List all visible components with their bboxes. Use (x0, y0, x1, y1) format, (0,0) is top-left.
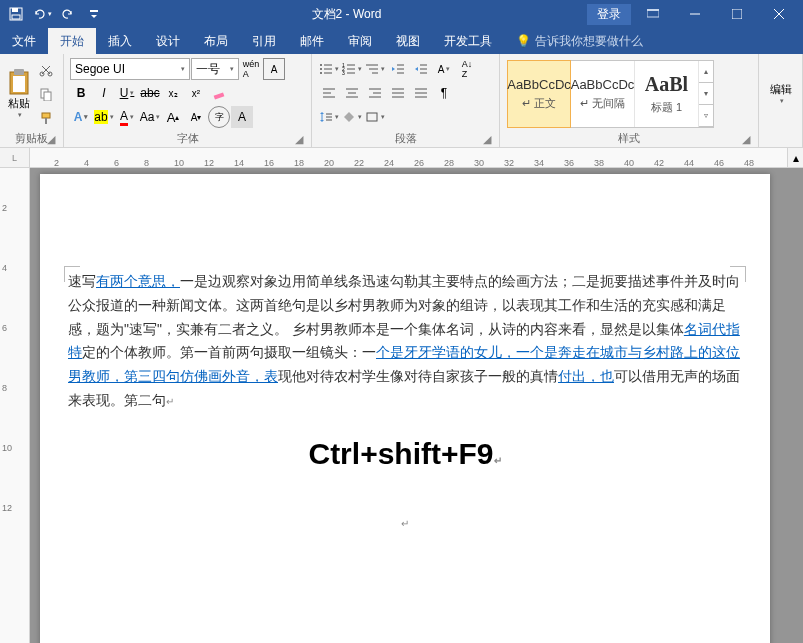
ribbon: 粘贴 ▾ 剪贴板◢ Segoe UI▾ 一号▾ wénA A B I U▾ (0, 54, 803, 148)
distributed-button[interactable] (410, 82, 432, 104)
tab-review[interactable]: 审阅 (336, 28, 384, 54)
group-label: 样式 (618, 132, 640, 144)
asian-layout-button[interactable]: A▾ (433, 58, 455, 80)
ruler-nav-up[interactable]: ▴ (787, 148, 803, 167)
tell-me-search[interactable]: 💡 告诉我你想要做什么 (504, 28, 643, 54)
tab-view[interactable]: 视图 (384, 28, 432, 54)
shading-button[interactable]: ▾ (341, 106, 363, 128)
save-button[interactable] (4, 2, 28, 26)
show-hide-marks-button[interactable]: ¶ (433, 82, 455, 104)
character-shading-button[interactable]: A (231, 106, 253, 128)
tab-home[interactable]: 开始 (48, 28, 96, 54)
tab-design[interactable]: 设计 (144, 28, 192, 54)
clipboard-launcher[interactable]: ◢ (45, 133, 57, 145)
ribbon-tabs: 文件 开始 插入 设计 布局 引用 邮件 审阅 视图 开发工具 💡 告诉我你想要… (0, 28, 803, 54)
svg-text:3: 3 (342, 70, 345, 75)
empty-paragraph[interactable]: ↵ (68, 511, 742, 535)
paragraph-mark-icon: ↵ (401, 518, 409, 529)
bold-button[interactable]: B (70, 82, 92, 104)
font-name-combo[interactable]: Segoe UI▾ (70, 58, 190, 80)
document-scroll[interactable]: 速写有两个意思，一是边观察对象边用简单线条迅速勾勒其主要特点的绘画方法；二是扼要… (30, 168, 803, 643)
style-normal[interactable]: AaBbCcDc ↵ 正文 (507, 60, 571, 128)
format-painter-button[interactable] (35, 107, 57, 129)
maximize-button[interactable] (717, 0, 757, 28)
highlight-button[interactable]: ab▾ (93, 106, 115, 128)
align-left-button[interactable] (318, 82, 340, 104)
ruler-vertical[interactable]: 24681012 (0, 168, 30, 643)
line-spacing-button[interactable]: ▾ (318, 106, 340, 128)
group-font: Segoe UI▾ 一号▾ wénA A B I U▾ abc x₂ x² A▾… (64, 54, 312, 147)
tab-file[interactable]: 文件 (0, 28, 48, 54)
document-area: 24681012 速写有两个意思，一是边观察对象边用简单线条迅速勾勒其主要特点的… (0, 168, 803, 643)
grow-font-button[interactable]: A▴ (162, 106, 184, 128)
align-justify-button[interactable] (387, 82, 409, 104)
editing-button[interactable]: 编辑 ▾ (763, 56, 798, 131)
strikethrough-button[interactable]: abc (139, 82, 161, 104)
close-button[interactable] (759, 0, 799, 28)
paragraph-launcher[interactable]: ◢ (481, 133, 493, 145)
hyperlink[interactable]: 有两个意思， (96, 273, 180, 289)
subscript-button[interactable]: x₂ (162, 82, 184, 104)
redo-button[interactable] (56, 2, 80, 26)
clear-formatting-button[interactable] (208, 82, 230, 104)
sort-button[interactable]: A↓Z (456, 58, 478, 80)
gallery-up-button[interactable]: ▴ (699, 61, 713, 83)
window-title: 文档2 - Word (106, 6, 587, 23)
paragraph-mark-icon: ↵ (494, 455, 502, 466)
numbering-button[interactable]: 123▾ (341, 58, 363, 80)
group-editing: 编辑 ▾ (759, 54, 803, 147)
ruler-horizontal: L 24681012141618202224262830323436384042… (0, 148, 803, 168)
gallery-down-button[interactable]: ▾ (699, 83, 713, 105)
svg-rect-12 (13, 76, 25, 92)
svg-point-20 (320, 64, 322, 66)
text-effects-button[interactable]: A▾ (70, 106, 92, 128)
cut-button[interactable] (35, 59, 57, 81)
style-no-spacing[interactable]: AaBbCcDc ↵ 无间隔 (571, 61, 635, 127)
ruler-h-scale[interactable]: 2468101214161820222426283032343638404244… (30, 148, 787, 167)
ribbon-display-button[interactable] (633, 0, 673, 28)
undo-button[interactable]: ▾ (30, 2, 54, 26)
hyperlink[interactable]: 付出，也 (558, 368, 614, 384)
font-color-button[interactable]: A▾ (116, 106, 138, 128)
underline-button[interactable]: U▾ (116, 82, 138, 104)
align-right-button[interactable] (364, 82, 386, 104)
font-launcher[interactable]: ◢ (293, 133, 305, 145)
group-styles: AaBbCcDc ↵ 正文 AaBbCcDc ↵ 无间隔 AaBl 标题 1 ▴… (500, 54, 759, 147)
increase-indent-button[interactable] (410, 58, 432, 80)
font-size-combo[interactable]: 一号▾ (191, 58, 239, 80)
tab-insert[interactable]: 插入 (96, 28, 144, 54)
group-clipboard: 粘贴 ▾ 剪贴板◢ (0, 54, 64, 147)
style-heading-1[interactable]: AaBl 标题 1 (635, 61, 699, 127)
group-label: 剪贴板 (15, 132, 48, 144)
gallery-more-button[interactable]: ▿ (699, 105, 713, 127)
copy-button[interactable] (35, 83, 57, 105)
login-button[interactable]: 登录 (587, 4, 631, 25)
phonetic-guide-button[interactable]: wénA (240, 58, 262, 80)
change-case-button[interactable]: Aa▾ (139, 106, 161, 128)
decrease-indent-button[interactable] (387, 58, 409, 80)
superscript-button[interactable]: x² (185, 82, 207, 104)
shrink-font-button[interactable]: A▾ (185, 106, 207, 128)
paste-button[interactable]: 粘贴 ▾ (4, 56, 33, 131)
enclose-character-button[interactable]: 字 (208, 106, 230, 128)
tab-mailings[interactable]: 邮件 (288, 28, 336, 54)
multilevel-list-button[interactable]: ▾ (364, 58, 386, 80)
body-paragraph[interactable]: 速写有两个意思，一是边观察对象边用简单线条迅速勾勒其主要特点的绘画方法；二是扼要… (68, 270, 742, 413)
group-paragraph: ▾ 123▾ ▾ A▾ A↓Z ¶ ▾ ▾ ▾ 段落◢ (312, 54, 500, 147)
ruler-corner[interactable]: L (0, 148, 30, 167)
qat-customize-button[interactable] (82, 2, 106, 26)
tab-references[interactable]: 引用 (240, 28, 288, 54)
tab-developer[interactable]: 开发工具 (432, 28, 504, 54)
align-center-button[interactable] (341, 82, 363, 104)
heading-text[interactable]: Ctrl+shift+F9↵ (68, 437, 742, 471)
styles-launcher[interactable]: ◢ (740, 133, 752, 145)
tab-layout[interactable]: 布局 (192, 28, 240, 54)
title-bar: ▾ 文档2 - Word 登录 (0, 0, 803, 28)
borders-button[interactable]: ▾ (364, 106, 386, 128)
character-border-button[interactable]: A (263, 58, 285, 80)
italic-button[interactable]: I (93, 82, 115, 104)
bullets-button[interactable]: ▾ (318, 58, 340, 80)
page[interactable]: 速写有两个意思，一是边观察对象边用简单线条迅速勾勒其主要特点的绘画方法；二是扼要… (40, 174, 770, 643)
styles-gallery[interactable]: AaBbCcDc ↵ 正文 AaBbCcDc ↵ 无间隔 AaBl 标题 1 ▴… (507, 60, 714, 128)
minimize-button[interactable] (675, 0, 715, 28)
